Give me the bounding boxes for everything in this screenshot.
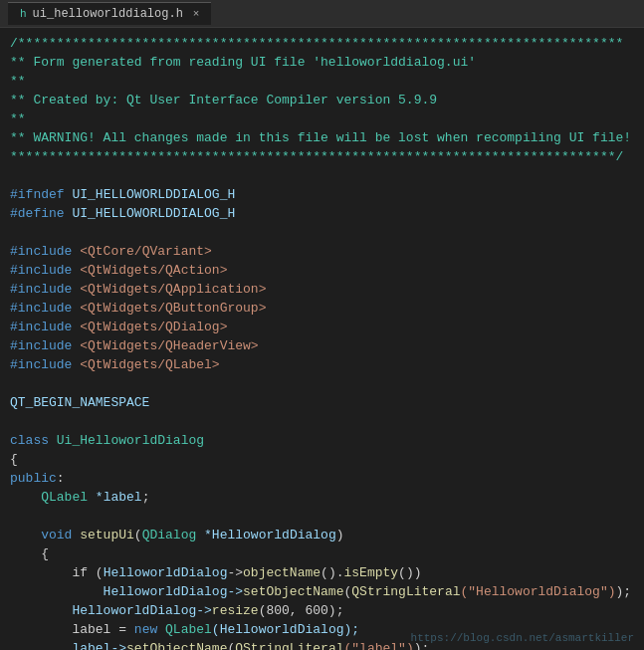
token: <QtWidgets/QDialog> [80,320,227,334]
token: Ui_HelloworldDialog [57,433,204,448]
code-line: HelloworldDialog->resize(800, 600); [0,601,644,620]
token: #include [10,357,80,372]
token: HelloworldDialog-> [10,603,212,618]
code-line: ** WARNING! All changes made in this fil… [0,128,644,147]
token: <QtWidgets/QButtonGroup> [80,301,266,316]
close-icon[interactable]: × [193,8,200,20]
tab[interactable]: h ui_helloworlddialog.h × [8,2,211,25]
code-line: #include <QtWidgets/QDialog> [0,318,644,336]
code-line: void setupUi(QDialog *HelloworldDialog) [0,526,644,544]
token: ** [10,74,26,89]
token: ** Created by: Qt User Interface Compile… [10,93,437,108]
token: { [10,546,49,561]
code-line: #ifndef UI_HELLOWORLDDIALOG_H [0,185,644,204]
watermark: https://blog.csdn.net/asmartkiller [411,632,634,644]
token: isEmpty [343,565,398,580]
code-line [0,412,644,431]
token: *label [96,490,142,505]
token: resize [212,603,259,618]
token: ( [134,528,142,542]
code-line: #include <QtWidgets/QButtonGroup> [0,299,644,318]
code-line: ****************************************… [0,147,644,166]
token: ; [142,490,150,505]
token: label-> [10,641,126,650]
code-line: ** [0,109,644,128]
token: #include [10,263,80,278]
token: HelloworldDialog [104,565,228,580]
token: #include [10,244,80,259]
token: ("label") [343,641,413,650]
code-line: QLabel *label; [0,488,644,507]
token: QLabel [10,490,96,505]
token: QLabel [165,622,212,637]
token: QStringLiteral [235,641,343,650]
code-line: { [0,544,644,563]
token: : [57,471,65,486]
tab-icon: h [20,8,27,20]
token: #include [10,301,80,316]
token: setObjectName [126,641,227,650]
token: void [10,528,80,542]
token: -> [227,565,243,580]
token: if ( [10,565,104,580]
token: <QtWidgets/QHeaderView> [80,338,258,353]
token: ****************************************… [10,149,623,164]
code-line: #include <QtWidgets/QAction> [0,261,644,280]
token: /***************************************… [10,36,623,51]
code-line: HelloworldDialog->setObjectName(QStringL… [0,582,644,601]
code-line: QT_BEGIN_NAMESPACE [0,393,644,412]
code-area: /***************************************… [0,28,644,650]
code-line: ** Created by: Qt User Interface Compile… [0,91,644,109]
code-line: if (HelloworldDialog->objectName().isEmp… [0,563,644,582]
token: ("HelloworldDialog") [461,584,616,599]
token: ); [616,584,632,599]
code-line: #include <QtCore/QVariant> [0,242,644,261]
token: setObjectName [243,584,343,599]
token: ** WARNING! All changes made in this fil… [10,130,631,145]
code-line [0,507,644,526]
token: #ifndef [10,187,72,202]
token: (). [321,565,343,580]
token: class [10,433,57,448]
token: <QtWidgets/QLabel> [80,357,219,372]
token: <QtWidgets/QApplication> [80,282,266,297]
token: QStringLiteral [351,584,460,599]
token: setupUi [80,528,134,542]
code-line: /***************************************… [0,34,644,53]
token: (800, 600); [259,603,344,618]
token: #define [10,206,72,221]
token: ** Form generated from reading UI file '… [10,55,476,70]
code-line: class Ui_HelloworldDialog [0,431,644,450]
code-line: ** [0,72,644,91]
token: objectName [243,565,321,580]
token: ** [10,111,26,126]
title-bar: h ui_helloworlddialog.h × [0,0,644,28]
token: ()) [398,565,421,580]
token: UI_HELLOWORLDDIALOG_H [72,187,235,202]
token: label = [10,622,134,637]
token: HelloworldDialog-> [10,584,243,599]
token: #include [10,320,80,334]
code-line: #define UI_HELLOWORLDDIALOG_H [0,204,644,223]
token: <QtCore/QVariant> [80,244,212,259]
code-line: { [0,450,644,469]
code-line: #include <QtWidgets/QHeaderView> [0,336,644,355]
token: { [10,452,18,467]
token: #include [10,338,80,353]
token: *HelloworldDialog [204,528,336,542]
code-line: public: [0,469,644,488]
token: #include [10,282,80,297]
code-line [0,166,644,185]
tab-label: ui_helloworlddialog.h [33,7,183,21]
token: QT_BEGIN_NAMESPACE [10,395,149,410]
token: (HelloworldDialog); [212,622,359,637]
code-line [0,223,644,242]
code-line: ** Form generated from reading UI file '… [0,53,644,72]
code-line [0,374,644,393]
token: ) [336,528,344,542]
code-line: #include <QtWidgets/QLabel> [0,355,644,374]
token: public [10,471,57,486]
token: UI_HELLOWORLDDIALOG_H [72,206,235,221]
code-line: #include <QtWidgets/QApplication> [0,280,644,299]
token: <QtWidgets/QAction> [80,263,227,278]
